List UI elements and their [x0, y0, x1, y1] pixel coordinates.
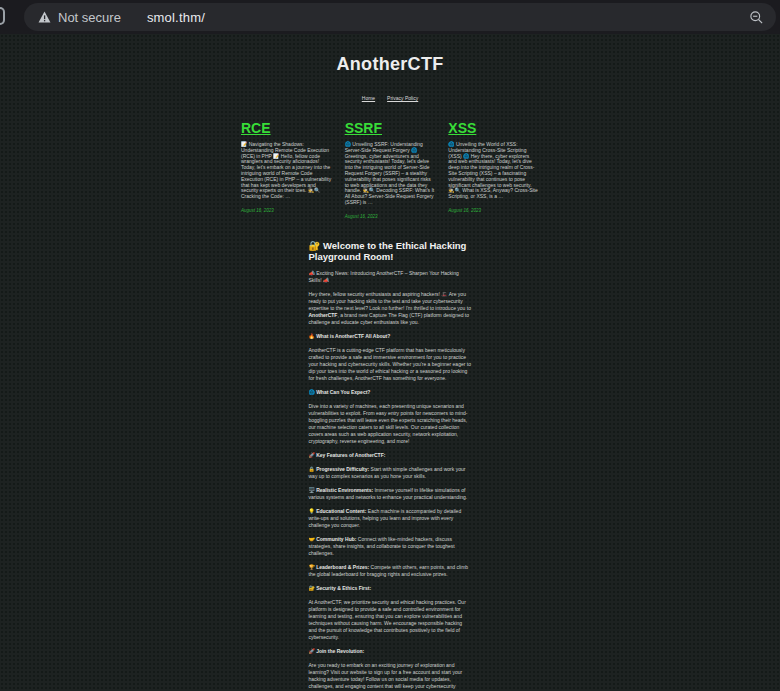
browser-toolbar: Not secure smol.thm/: [0, 0, 780, 34]
welcome-paragraph: 🌐 What Can You Expect?: [309, 389, 472, 396]
welcome-paragraph: 🚀 Join the Revolution:: [309, 648, 472, 655]
welcome-paragraph: Are you ready to embark on an exciting j…: [309, 662, 472, 691]
welcome-paragraph: Hey there, fellow security enthusiasts a…: [309, 291, 472, 326]
site-nav: HomePrivacy Policy: [0, 86, 780, 104]
not-secure-warning-icon[interactable]: [38, 11, 51, 23]
post-card-xss: XSS🌐 Unveiling the World of XSS: Underst…: [448, 119, 539, 219]
welcome-heading: 🔐 Welcome to the Ethical Hacking Playgro…: [309, 240, 472, 262]
welcome-paragraph: 🔥 What is AnotherCTF All About?: [309, 333, 472, 340]
post-date: August 16, 2023: [241, 208, 332, 213]
welcome-paragraph: 🚀 Key Features of AnotherCTF:: [309, 452, 472, 459]
site-header: AnotherCTF HomePrivacy Policy: [0, 34, 780, 104]
welcome-paragraph: Dive into a variety of machines, each pr…: [309, 403, 472, 445]
post-excerpt: 📝 Navigating the Shadows: Understanding …: [241, 142, 332, 200]
nav-link-privacy-policy[interactable]: Privacy Policy: [387, 95, 418, 101]
welcome-article: 🔐 Welcome to the Ethical Hacking Playgro…: [309, 240, 472, 691]
welcome-paragraph: 🖥️ Realistic Environments: Immerse yours…: [309, 487, 472, 501]
nav-link-home[interactable]: Home: [362, 95, 375, 101]
post-card-rce: RCE📝 Navigating the Shadows: Understandi…: [241, 119, 332, 219]
webpage-viewport: AnotherCTF HomePrivacy Policy RCE📝 Navig…: [0, 34, 780, 691]
welcome-body: 📣 Exciting News: Introducing AnotherCTF …: [309, 270, 472, 691]
welcome-paragraph: 📣 Exciting News: Introducing AnotherCTF …: [309, 270, 472, 284]
post-title-link[interactable]: XSS: [448, 120, 476, 136]
posts-row: RCE📝 Navigating the Shadows: Understandi…: [241, 119, 539, 219]
welcome-paragraph: 🔒 Progressive Difficulty: Start with sim…: [309, 466, 472, 480]
cropped-toolbar-icon[interactable]: [0, 7, 5, 25]
post-excerpt: 🌐 Unveiling SSRF: Understanding Server-S…: [345, 142, 436, 206]
zoom-out-icon[interactable]: [747, 8, 766, 27]
post-title-link[interactable]: SSRF: [345, 120, 382, 136]
welcome-paragraph: 💡 Educational Content: Each machine is a…: [309, 508, 472, 529]
post-date: August 16, 2023: [448, 208, 539, 213]
url-text[interactable]: smol.thm/: [147, 10, 205, 25]
welcome-paragraph: 🤝 Community Hub: Connect with like-minde…: [309, 536, 472, 557]
post-title-link[interactable]: RCE: [241, 120, 271, 136]
welcome-paragraph: At AnotherCTF, we prioritize security an…: [309, 599, 472, 641]
welcome-paragraph: AnotherCTF is a cutting-edge CTF platfor…: [309, 347, 472, 382]
welcome-paragraph: 🔐 Security & Ethics First:: [309, 585, 472, 592]
not-secure-label: Not secure: [58, 10, 121, 25]
address-bar[interactable]: Not secure smol.thm/: [24, 3, 776, 31]
post-date: August 16, 2023: [345, 214, 436, 219]
welcome-paragraph: 🏆 Leaderboard & Prizes: Compete with oth…: [309, 564, 472, 578]
post-card-ssrf: SSRF🌐 Unveiling SSRF: Understanding Serv…: [345, 119, 436, 219]
post-excerpt: 🌐 Unveiling the World of XSS: Understand…: [448, 142, 539, 200]
site-title: AnotherCTF: [0, 54, 780, 75]
